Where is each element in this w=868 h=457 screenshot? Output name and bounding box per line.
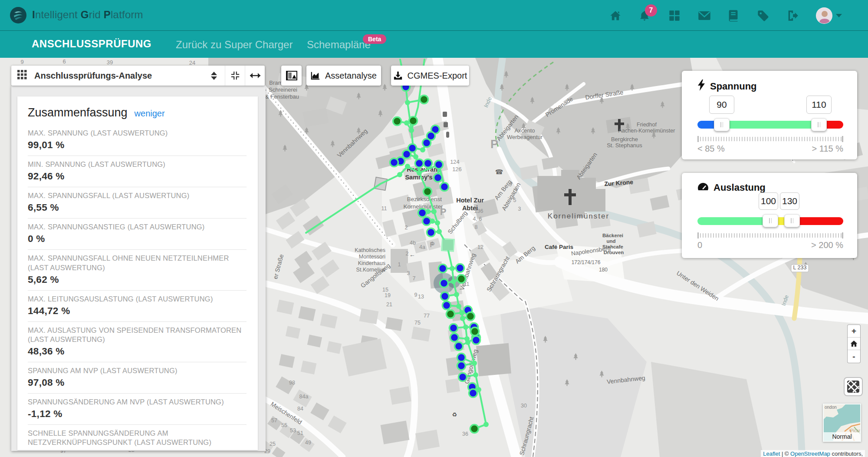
network-node-blue[interactable] <box>424 159 432 168</box>
map-label: 1 <box>398 262 401 268</box>
network-node-blue[interactable] <box>403 150 411 159</box>
network-node-green[interactable] <box>393 117 401 126</box>
spannung-max-handle[interactable] <box>811 118 827 131</box>
minimap-city-label: ondon <box>825 405 837 410</box>
top-header: Intelligent Grid Platform 7 <box>0 0 868 31</box>
network-node-blue[interactable] <box>418 209 427 217</box>
network-node-blue[interactable] <box>439 265 447 273</box>
spannung-min-input[interactable]: 90 <box>709 96 734 114</box>
network-node-blue[interactable] <box>427 228 435 237</box>
leaflet-link[interactable]: Leaflet <box>763 450 780 457</box>
map-label: 21 <box>386 301 392 308</box>
map-layers-button[interactable] <box>844 377 863 396</box>
map-label: 136 <box>474 208 483 214</box>
network-node-blue[interactable] <box>472 336 480 344</box>
map-label: 12 <box>477 244 483 250</box>
minimap-mode-label: Normal <box>824 432 860 441</box>
network-node-blue[interactable] <box>440 279 448 288</box>
avatar[interactable] <box>816 7 832 24</box>
map-label: 24 <box>189 60 195 66</box>
chevron-down-icon <box>836 14 842 17</box>
network-node-blue[interactable] <box>450 334 459 342</box>
grid-menu-icon[interactable] <box>17 70 27 81</box>
network-node-green[interactable] <box>471 328 479 336</box>
network-node-blue[interactable] <box>459 373 467 381</box>
network-node-green[interactable] <box>424 188 432 196</box>
collapse-panel-button[interactable] <box>225 66 245 86</box>
network-node-green[interactable] <box>470 425 479 433</box>
network-node-blue[interactable] <box>415 159 424 168</box>
apps-grid-icon[interactable] <box>668 10 681 22</box>
network-node-green[interactable] <box>457 275 466 283</box>
network-node-blue[interactable] <box>456 264 464 272</box>
analysis-select[interactable]: Anschlussprüfungs-Analyse <box>34 71 152 81</box>
mail-icon[interactable] <box>698 10 710 22</box>
zoom-out-button[interactable]: - <box>848 350 860 363</box>
minimap[interactable]: ondon Picar Normal <box>823 404 861 442</box>
network-node-blue[interactable] <box>450 324 458 332</box>
auslastung-min-handle[interactable] <box>763 214 778 227</box>
tag-icon[interactable] <box>757 10 769 22</box>
map-label: Café Paris <box>545 244 573 250</box>
summary-item: MAX. AUSLASTUNG VON SPEISENDEN TRANSFORM… <box>28 322 247 362</box>
documentation-icon[interactable] <box>727 10 740 22</box>
network-node-blue[interactable] <box>435 161 443 169</box>
network-node-blue[interactable] <box>390 159 398 167</box>
map-label: 84a <box>299 394 309 400</box>
zoom-in-button[interactable]: + <box>848 325 860 338</box>
map-label: L 233 <box>793 265 807 271</box>
layer-toggle-button[interactable] <box>281 66 302 86</box>
auslastung-max-handle[interactable] <box>784 214 800 227</box>
network-node-blue[interactable] <box>434 174 442 182</box>
nav-link-schemaplaene[interactable]: Schemapläne <box>307 39 371 51</box>
network-node-blue[interactable] <box>423 139 431 147</box>
summary-item: SCHNELLE SPANNUNGSÄNDERUNG AM NETZVERKNÜ… <box>28 425 247 450</box>
auslastung-min-input[interactable]: 100 <box>759 192 778 210</box>
summary-item: MAX. LEITUNGSAUSLASTUNG (LAST AUSWERTUNG… <box>28 291 247 322</box>
map-label: 36 <box>462 431 468 437</box>
network-node-blue[interactable] <box>443 301 451 310</box>
assetanalyse-button[interactable]: Assetanalyse <box>306 66 381 86</box>
auslastung-max-input[interactable]: 130 <box>780 192 799 210</box>
map-label: 5 <box>513 197 516 203</box>
map-label: 75 <box>414 320 421 326</box>
analysis-selector-bar: Anschlussprüfungs-Analyse <box>11 66 265 86</box>
network-node-green[interactable] <box>447 310 455 318</box>
network-node-green[interactable] <box>420 96 428 104</box>
app-logo[interactable] <box>10 7 27 24</box>
map-label: Aachen-Kornelimünster <box>618 128 675 134</box>
notifications-icon[interactable]: 7 <box>639 10 651 22</box>
summary-panel: Zusammenfassung weniger MAX. SPANNUNG (L… <box>11 86 266 451</box>
map-label: Bezirksdienst <box>407 196 442 202</box>
home-icon[interactable] <box>609 10 621 22</box>
network-node-green[interactable] <box>409 117 418 125</box>
auslastung-range-min: 0 <box>697 240 702 250</box>
expand-width-button[interactable] <box>245 66 265 86</box>
cgmes-export-button[interactable]: CGMES-Export <box>391 66 469 86</box>
map-home-button[interactable] <box>848 338 860 350</box>
summary-item: MAX. SPANNUNGSANSTIEG (LAST AUSWERTUNG)0… <box>28 219 247 250</box>
network-node-blue[interactable] <box>455 342 463 351</box>
spannung-min-handle[interactable] <box>714 118 730 131</box>
network-node-blue[interactable] <box>441 183 449 191</box>
network-node-blue[interactable] <box>423 217 431 225</box>
user-menu[interactable] <box>816 7 842 24</box>
map-label: 98 <box>289 380 295 386</box>
osm-link[interactable]: OpenStreetMap <box>790 450 830 457</box>
map-label: 3 <box>407 270 410 276</box>
beta-badge: Beta <box>363 34 386 44</box>
network-node-green[interactable] <box>467 312 475 321</box>
logout-icon[interactable] <box>786 10 799 22</box>
nav-bar: ANSCHLUSSPRÜFUNG Zurück zu Super Charger… <box>0 31 868 58</box>
spannung-max-input[interactable]: 110 <box>806 96 832 114</box>
nav-link-super-charger[interactable]: Zurück zu Super Charger <box>176 39 293 51</box>
summary-toggle-link[interactable]: weniger <box>135 109 165 119</box>
spannung-filter-card: Spannung 90 110 < 85 % > 115 % <box>682 71 857 159</box>
select-arrows-icon[interactable] <box>211 72 217 80</box>
network-node-blue[interactable] <box>457 362 466 370</box>
network-node-blue[interactable] <box>457 354 466 362</box>
network-node-blue[interactable] <box>441 292 449 301</box>
auslastung-filter-card: Auslastung 100 130 0 > 200 % <box>682 173 857 258</box>
network-node-blue[interactable] <box>469 389 477 397</box>
map-label: 49 <box>305 440 311 446</box>
